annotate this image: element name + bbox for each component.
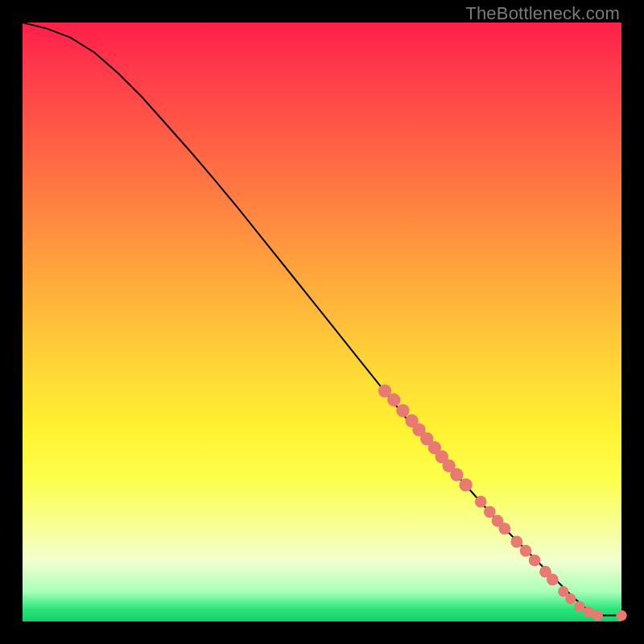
chart-svg xyxy=(23,23,621,621)
plot-area xyxy=(23,23,621,621)
marker-group xyxy=(378,384,627,621)
data-marker xyxy=(499,522,511,535)
attribution-text: TheBottleneck.com xyxy=(465,3,620,24)
data-marker xyxy=(450,469,463,481)
data-marker xyxy=(574,601,584,612)
data-marker xyxy=(459,478,472,491)
data-marker xyxy=(484,506,496,518)
chart-stage: TheBottleneck.com xyxy=(0,0,644,644)
data-marker xyxy=(475,496,487,508)
data-marker xyxy=(520,545,532,557)
data-marker xyxy=(565,593,576,604)
data-marker xyxy=(616,610,626,621)
data-marker xyxy=(547,574,559,586)
data-marker xyxy=(396,404,409,417)
data-marker xyxy=(529,555,541,567)
data-marker xyxy=(387,394,400,407)
data-marker xyxy=(510,536,522,548)
data-marker xyxy=(592,610,603,621)
curve-line xyxy=(23,23,621,616)
